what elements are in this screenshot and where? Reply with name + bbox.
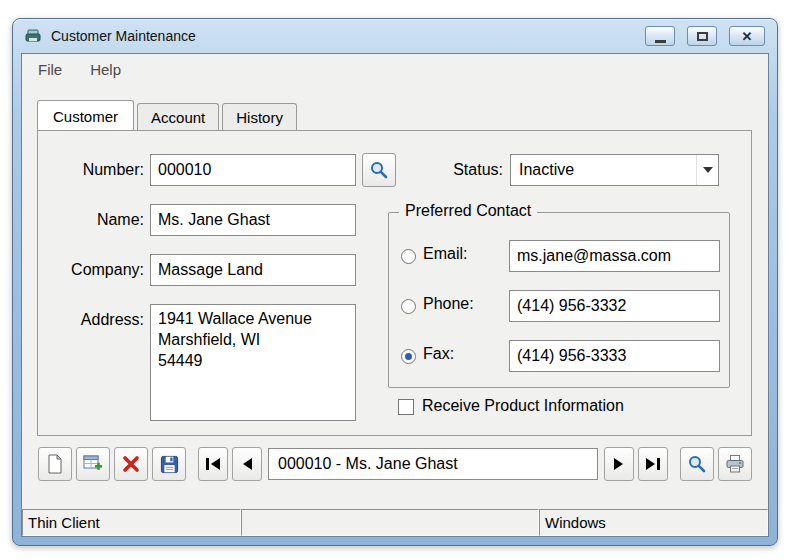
tabstrip: Customer Account History — [37, 99, 300, 129]
close-icon: ✕ — [742, 29, 753, 44]
next-record-icon — [613, 457, 625, 471]
receive-product-checkbox[interactable] — [398, 399, 414, 415]
number-input[interactable] — [150, 154, 356, 186]
name-input[interactable] — [150, 204, 356, 236]
preferred-contact-legend: Preferred Contact — [399, 202, 537, 220]
window-title: Customer Maintenance — [51, 28, 196, 44]
address-input[interactable] — [150, 304, 356, 421]
table-plus-icon — [83, 454, 103, 474]
address-label: Address: — [43, 311, 144, 329]
record-toolbar — [38, 446, 752, 482]
fax-input[interactable] — [509, 340, 720, 372]
name-label: Name: — [43, 211, 144, 229]
email-label: Email: — [423, 245, 467, 263]
new-record-button[interactable] — [38, 447, 72, 481]
delete-x-icon — [122, 455, 140, 473]
last-record-icon — [645, 457, 661, 471]
last-record-button[interactable] — [638, 447, 668, 481]
status-dropdown[interactable]: Inactive — [510, 154, 719, 186]
close-button[interactable]: ✕ — [729, 26, 765, 46]
statusbar-left: Thin Client — [22, 509, 241, 536]
number-search-button[interactable] — [362, 153, 396, 187]
delete-record-button[interactable] — [114, 447, 148, 481]
fax-label: Fax: — [423, 345, 454, 363]
app-window: Customer Maintenance ✕ File Help Custome… — [12, 18, 778, 546]
fax-radio[interactable] — [401, 349, 416, 364]
previous-record-button[interactable] — [232, 447, 262, 481]
add-record-button[interactable] — [76, 447, 110, 481]
first-record-button[interactable] — [198, 447, 228, 481]
email-input[interactable] — [509, 240, 720, 272]
search-icon — [369, 160, 389, 180]
menu-help[interactable]: Help — [86, 59, 125, 80]
new-document-icon — [46, 454, 64, 474]
chevron-down-icon — [703, 167, 713, 173]
save-disk-icon — [160, 455, 179, 474]
menu-file[interactable]: File — [34, 59, 66, 80]
status-value: Inactive — [519, 161, 574, 179]
menubar: File Help — [22, 54, 768, 84]
phone-label: Phone: — [423, 295, 474, 313]
tab-customer[interactable]: Customer — [37, 100, 134, 130]
statusbar: Thin Client Windows — [22, 509, 768, 536]
statusbar-middle — [241, 509, 539, 536]
email-radio[interactable] — [401, 249, 416, 264]
preferred-contact-group: Preferred Contact Email: Phone: Fax: — [388, 212, 730, 388]
app-icon — [25, 28, 43, 44]
customer-tab-panel: Number: Status: Inactive Name: Company: — [37, 130, 752, 436]
print-button[interactable] — [718, 447, 752, 481]
statusbar-right: Windows — [539, 509, 768, 536]
tab-history[interactable]: History — [222, 103, 297, 130]
dropdown-arrow-zone — [696, 155, 718, 185]
maximize-icon — [697, 32, 708, 41]
phone-input[interactable] — [509, 290, 720, 322]
maximize-button[interactable] — [687, 26, 717, 46]
minimize-icon — [655, 40, 666, 43]
printer-icon — [725, 454, 745, 474]
next-record-button[interactable] — [604, 447, 634, 481]
number-label: Number: — [43, 161, 144, 179]
phone-radio[interactable] — [401, 299, 416, 314]
save-record-button[interactable] — [152, 447, 186, 481]
search-icon — [687, 454, 707, 474]
status-label: Status: — [423, 161, 503, 179]
client-area: File Help Customer Account History Numbe… — [21, 53, 769, 537]
titlebar[interactable]: Customer Maintenance ✕ — [13, 19, 777, 53]
company-input[interactable] — [150, 254, 356, 286]
company-label: Company: — [43, 261, 144, 279]
previous-record-icon — [241, 457, 253, 471]
first-record-icon — [205, 457, 221, 471]
search-records-button[interactable] — [680, 447, 714, 481]
minimize-button[interactable] — [645, 26, 675, 46]
tab-account[interactable]: Account — [137, 103, 219, 130]
record-navigator-display[interactable] — [268, 448, 598, 480]
receive-product-label: Receive Product Information — [422, 397, 624, 415]
